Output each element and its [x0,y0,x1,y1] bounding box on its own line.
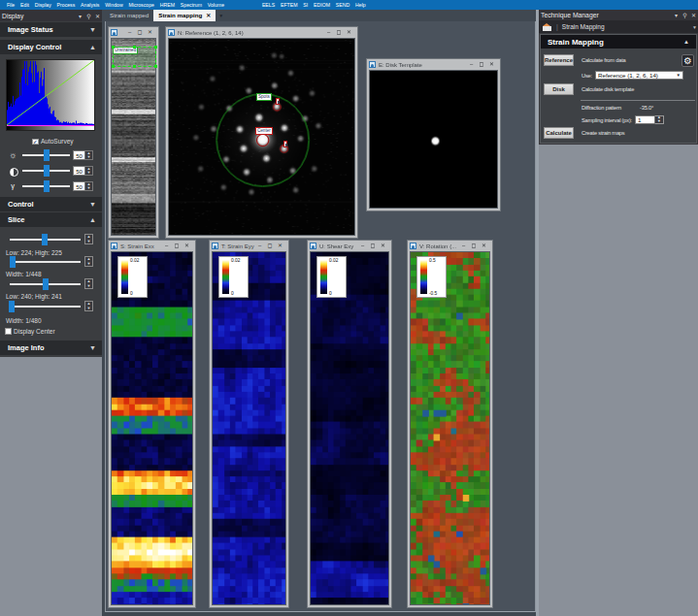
menu-send[interactable]: SEND [333,0,352,10]
reference-button[interactable]: Reference [544,54,574,66]
panel-menu-icon[interactable]: ▾ [76,13,84,19]
roi-handle[interactable] [154,65,157,68]
roi-handle[interactable] [112,46,115,49]
gamma-value[interactable]: 50 [73,181,84,191]
minimize-button[interactable]: – [459,241,468,251]
sampling-interval-input[interactable]: 1 [635,115,655,124]
window-shear-exy[interactable]: U: Shear Exy – ◻ ✕ 0.02 0 [307,240,392,608]
shear-exy-image[interactable]: 0.02 0 [310,251,389,605]
window-rotation-titlebar[interactable]: V: Rotation (... – ◻ ✕ [408,241,492,251]
tab-list-icon[interactable]: ▼ [216,10,223,21]
window-strain-eyy-titlebar[interactable]: T: Strain Eyy – ◻ ✕ [210,241,288,251]
close-button[interactable]: ✕ [276,241,284,251]
tab-strain-mapping[interactable]: Strain mapping ✕ [153,10,216,21]
brightness-value[interactable]: 50 [73,150,84,160]
slice-slider-1-handle[interactable] [42,234,48,245]
slice-spinner-2[interactable]: ▲▼ [84,256,93,267]
section-image-status[interactable]: Image Status ▼ [0,22,102,37]
brightness-spinner[interactable]: ▲▼ [84,150,93,160]
spot-marker-2[interactable] [283,141,287,147]
close-icon[interactable]: ✕ [93,13,102,19]
gear-icon[interactable]: ⚙ [681,54,694,67]
menu-edit[interactable]: Edit [17,0,32,10]
section-slice[interactable]: Slice ▲ [0,212,102,227]
slice-spinner-4[interactable]: ▲▼ [84,301,93,311]
minimize-button[interactable]: – [358,241,367,251]
menu-help[interactable]: Help [352,0,368,10]
sampling-interval-spinner[interactable]: ▲▼ [655,115,664,124]
contrast-value[interactable]: 50 [73,166,84,176]
survey-image[interactable]: Unstrained [111,38,156,236]
window-survey-image[interactable]: – ◻ ✕ Unstrained [108,26,159,239]
unstrained-roi[interactable]: Unstrained [113,47,156,67]
maximize-button[interactable]: ◻ [136,27,145,38]
slice-spinner-1[interactable]: ▲▼ [84,234,93,244]
menu-process[interactable]: Process [54,0,79,10]
maximize-button[interactable]: ◻ [173,241,182,251]
menu-microscope[interactable]: Microscope [126,0,157,10]
close-icon[interactable]: ✕ [689,12,698,18]
window-disk-template[interactable]: E: Disk Template – ◻ ✕ [366,58,501,211]
brightness-slider-handle[interactable] [44,149,50,161]
spot-marker-1[interactable] [276,98,280,105]
slice-slider-2-handle[interactable] [10,256,16,268]
calculate-button[interactable]: Calculate [544,127,574,139]
roi-handle[interactable] [112,65,115,68]
strain-eyy-image[interactable]: 0.02 0 [212,251,286,605]
tab-strain-mapped[interactable]: Strain mapped [105,10,153,21]
disk-button[interactable]: Disk [544,83,574,95]
menu-display[interactable]: Display [32,0,54,10]
maximize-button[interactable]: ◻ [369,241,378,251]
window-shear-exy-titlebar[interactable]: U: Shear Exy – ◻ ✕ [308,241,391,251]
menu-hrem[interactable]: HREM [157,0,178,10]
maximize-button[interactable]: ◻ [470,241,479,251]
minimize-button[interactable]: – [467,59,476,70]
reference-dropdown[interactable]: Reference (1, 2, 6, 14) ▼ [595,71,683,80]
center-label[interactable]: Center [255,127,273,135]
roi-handle[interactable] [133,65,136,68]
window-disk-titlebar[interactable]: E: Disk Template – ◻ ✕ [367,59,500,70]
window-survey-titlebar[interactable]: – ◻ ✕ [109,27,158,38]
minimize-button[interactable]: – [125,27,134,38]
close-button[interactable]: ✕ [183,241,191,251]
strain-mapping-section-header[interactable]: Strain Mapping ▲ [541,35,696,49]
minimize-button[interactable]: – [324,27,333,38]
menu-si[interactable]: SI [300,0,311,10]
close-button[interactable]: ✕ [146,27,154,38]
technique-manager-titlebar[interactable]: Technique Manager ▾ ⚲ ✕ [539,10,698,20]
pin-icon[interactable]: ⚲ [681,12,689,18]
menu-volume[interactable]: Volume [205,0,227,10]
menu-analysis[interactable]: Analysis [78,0,102,10]
window-strain-exx-titlebar[interactable]: S: Strain Exx – ◻ ✕ [109,241,195,251]
maximize-button[interactable]: ◻ [478,59,486,70]
minimize-button[interactable]: – [162,241,171,251]
slice-slider-3-handle[interactable] [43,278,49,290]
histogram[interactable] [6,59,95,131]
window-strain-eyy[interactable]: T: Strain Eyy – ◻ ✕ 0.02 0 [209,240,289,608]
reference-image[interactable]: Spots Center [168,38,355,236]
roi-handle[interactable] [133,46,136,49]
display-panel-titlebar[interactable]: Display ▾ ⚲ ✕ [0,10,102,21]
close-button[interactable]: ✕ [480,241,488,251]
spots-label[interactable]: Spots [256,93,272,101]
display-center-checkbox[interactable] [5,328,12,335]
section-display-control[interactable]: Display Control ▲ [0,40,102,54]
menu-ediom[interactable]: EDIOM [311,0,333,10]
menu-window[interactable]: Window [102,0,125,10]
slice-slider-2[interactable] [10,261,81,263]
panel-menu-icon[interactable]: ▾ [672,12,681,18]
slice-slider-4-handle[interactable] [9,301,15,312]
gamma-slider-handle[interactable] [44,180,50,192]
rotation-image[interactable]: 0.5 -0.5 [410,251,490,605]
window-reference-titlebar[interactable]: N: Reference (1, 2, 6, 14) – ◻ ✕ [166,27,357,38]
gamma-spinner[interactable]: ▲▼ [84,181,93,191]
strain-exx-image[interactable]: 0.02 0 [111,251,193,605]
contrast-slider-handle[interactable] [44,165,50,177]
tab-close-icon[interactable]: ✕ [206,10,211,21]
window-reference[interactable]: N: Reference (1, 2, 6, 14) – ◻ ✕ Spots C… [165,26,358,239]
window-strain-exx[interactable]: S: Strain Exx – ◻ ✕ 0.02 0 [108,240,196,608]
minimize-button[interactable]: – [255,241,264,251]
section-image-info[interactable]: Image Info ▼ [0,340,102,355]
menu-eftem[interactable]: EFTEM [278,0,300,10]
roi-handle[interactable] [154,46,157,49]
